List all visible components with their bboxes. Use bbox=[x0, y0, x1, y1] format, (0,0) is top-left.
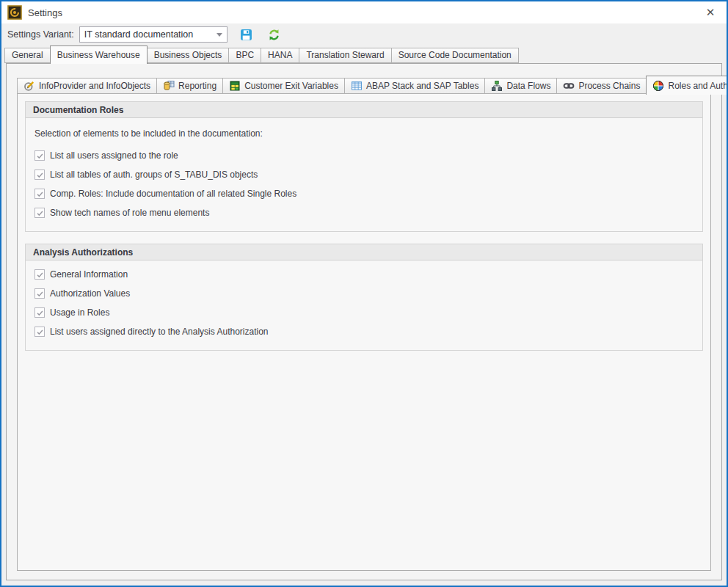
checkbox-list-all-tables-of-auth-groups-of-s-tabu-dis-objects[interactable]: List all tables of auth. groups of S_TAB… bbox=[34, 169, 694, 180]
checkbox-label: List all users assigned to the role bbox=[50, 150, 178, 161]
checkbox-authorization-values[interactable]: Authorization Values bbox=[34, 288, 694, 299]
checkbox-label: Show tech names of role menu elements bbox=[50, 208, 209, 218]
subtab-reporting[interactable]: Reporting bbox=[156, 78, 223, 94]
settings-variant-label: Settings Variant: bbox=[7, 29, 74, 40]
checkbox-box[interactable] bbox=[34, 169, 45, 180]
settings-variant-select[interactable]: IT standard documentation bbox=[79, 26, 228, 43]
tab-general[interactable]: General bbox=[4, 48, 51, 63]
tab-business-objects[interactable]: Business Objects bbox=[147, 48, 230, 63]
checkbox-box[interactable] bbox=[34, 150, 45, 161]
subtab-abap-stack-and-sap-tables[interactable]: ABAP Stack and SAP Tables bbox=[344, 78, 485, 94]
titlebar: Settings ✕ bbox=[1, 1, 727, 23]
settings-variant-value: IT standard documentation bbox=[84, 29, 193, 40]
checkbox-box[interactable] bbox=[34, 327, 45, 337]
subtab-process-chains[interactable]: Process Chains bbox=[556, 78, 647, 94]
tab-label: BPC bbox=[236, 50, 254, 60]
tab-source-code-documentation[interactable]: Source Code Documentation bbox=[391, 48, 519, 63]
subtab-label: ABAP Stack and SAP Tables bbox=[366, 81, 478, 91]
subtab-customer-exit-variables[interactable]: Customer Exit Variables bbox=[222, 78, 345, 94]
checkbox-box[interactable] bbox=[34, 269, 45, 280]
checkbox-general-information[interactable]: General Information bbox=[34, 269, 694, 280]
subtab-label: Process Chains bbox=[578, 81, 640, 91]
tab-hana[interactable]: HANA bbox=[261, 48, 299, 63]
sub-tabstrip: InfoProvider and InfoObjectsReportingCus… bbox=[17, 75, 711, 94]
checkbox-label: General Information bbox=[50, 269, 128, 280]
chevron-down-icon bbox=[216, 33, 222, 37]
window-title: Settings bbox=[28, 7, 694, 18]
tab-bpc[interactable]: BPC bbox=[228, 48, 261, 63]
business-warehouse-page: InfoProvider and InfoObjectsReportingCus… bbox=[6, 63, 722, 580]
checkbox-box[interactable] bbox=[34, 307, 45, 318]
subtab-label: Reporting bbox=[178, 81, 216, 91]
app-logo-icon bbox=[7, 5, 22, 20]
subtab-infoprovider-and-infoobjects[interactable]: InfoProvider and InfoObjects bbox=[17, 78, 157, 94]
color-wheel-icon bbox=[652, 80, 664, 92]
variables-table-icon bbox=[229, 80, 241, 92]
close-button[interactable]: ✕ bbox=[694, 1, 727, 23]
tab-label: Business Objects bbox=[154, 50, 222, 60]
checkbox-show-tech-names-of-role-menu-elements[interactable]: Show tech names of role menu elements bbox=[34, 208, 694, 218]
subtab-roles-and-authorizations[interactable]: Roles and Authorizations bbox=[646, 76, 728, 95]
checkbox-box[interactable] bbox=[34, 189, 45, 199]
tab-business-warehouse[interactable]: Business Warehouse bbox=[50, 45, 148, 64]
save-floppy-icon bbox=[240, 29, 252, 41]
tab-label: Translation Steward bbox=[306, 50, 384, 60]
subtab-data-flows[interactable]: Data Flows bbox=[484, 78, 557, 94]
section-title: Documentation Roles bbox=[26, 102, 702, 118]
roles-and-authorizations-page: Documentation RolesSelection of elements… bbox=[17, 93, 711, 571]
table-grid-icon bbox=[351, 80, 363, 92]
section-analysis-authorizations: Analysis AuthorizationsGeneral Informati… bbox=[25, 244, 703, 351]
checkbox-usage-in-roles[interactable]: Usage in Roles bbox=[34, 307, 694, 318]
tab-label: HANA bbox=[268, 50, 292, 60]
section-title: Analysis Authorizations bbox=[26, 244, 702, 260]
checkbox-list-all-users-assigned-to-the-role[interactable]: List all users assigned to the role bbox=[34, 150, 694, 161]
settings-window: Settings ✕ Settings Variant: IT standard… bbox=[0, 0, 728, 587]
checkbox-comp-roles-include-documentation-of-all-related-single-roles[interactable]: Comp. Roles: Include documentation of al… bbox=[34, 189, 694, 199]
save-variant-button[interactable] bbox=[238, 26, 255, 43]
database-cylinder-icon bbox=[163, 80, 175, 92]
subtab-label: InfoProvider and InfoObjects bbox=[39, 81, 150, 91]
subtab-label: Customer Exit Variables bbox=[244, 81, 338, 91]
subtab-label: Roles and Authorizations bbox=[668, 81, 728, 91]
checkbox-label: Authorization Values bbox=[50, 288, 130, 299]
refresh-arrows-icon bbox=[268, 29, 280, 41]
checkbox-label: List users assigned directly to the Anal… bbox=[50, 327, 269, 337]
refresh-button[interactable] bbox=[266, 26, 283, 43]
tab-label: General bbox=[12, 50, 43, 60]
checkbox-box[interactable] bbox=[34, 288, 45, 299]
section-intro: Selection of elements to be included in … bbox=[34, 128, 694, 139]
main-tabstrip: GeneralBusiness WarehouseBusiness Object… bbox=[1, 45, 727, 63]
checkbox-label: Comp. Roles: Include documentation of al… bbox=[50, 189, 296, 199]
hierarchy-icon bbox=[491, 80, 503, 92]
checkbox-box[interactable] bbox=[34, 208, 45, 218]
toolbar: Settings Variant: IT standard documentat… bbox=[1, 23, 727, 45]
section-documentation-roles: Documentation RolesSelection of elements… bbox=[25, 101, 703, 232]
tab-translation-steward[interactable]: Translation Steward bbox=[299, 48, 391, 63]
checkbox-list-users-assigned-directly-to-the-analysis-authorization[interactable]: List users assigned directly to the Anal… bbox=[34, 327, 694, 337]
section-body: General InformationAuthorization ValuesU… bbox=[26, 260, 702, 350]
target-pencil-icon bbox=[23, 80, 35, 92]
chain-links-icon bbox=[563, 80, 575, 92]
tab-label: Business Warehouse bbox=[57, 50, 140, 60]
tab-label: Source Code Documentation bbox=[398, 50, 512, 60]
subtab-label: Data Flows bbox=[506, 81, 550, 91]
checkbox-label: List all tables of auth. groups of S_TAB… bbox=[50, 169, 258, 180]
section-body: Selection of elements to be included in … bbox=[26, 118, 702, 231]
checkbox-label: Usage in Roles bbox=[50, 307, 109, 318]
